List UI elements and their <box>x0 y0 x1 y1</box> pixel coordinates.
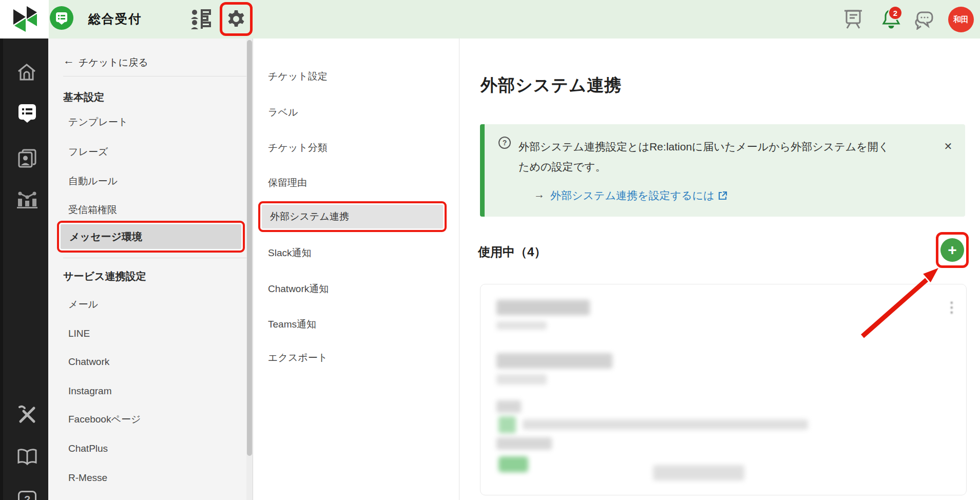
nav-item-facebook[interactable]: Facebookページ <box>68 413 141 426</box>
basic-settings-heading: 基本設定 <box>63 90 104 104</box>
help-glyph: ? <box>24 494 30 500</box>
subnav-chatwork-notify[interactable]: Chatwork通知 <box>268 283 329 295</box>
blurred-status-badge <box>498 456 528 472</box>
nav-item-mail[interactable]: メール <box>68 298 98 311</box>
blurred-green-icon <box>498 416 516 433</box>
info-banner-text: 外部システム連携設定とはRe:lationに届いたメールから外部システムを開くた… <box>518 137 898 177</box>
book-icon[interactable] <box>17 448 37 467</box>
relation-logo-icon <box>10 5 39 34</box>
plus-icon: + <box>948 241 957 259</box>
workspace-title: 総合受付 <box>88 11 142 27</box>
integration-card <box>480 284 967 495</box>
close-icon[interactable]: ✕ <box>941 140 955 153</box>
nav-item-message-env-label: メッセージ環境 <box>59 230 142 244</box>
avatar[interactable]: 和田 <box>948 7 974 32</box>
divider <box>63 76 246 76</box>
gear-icon[interactable] <box>226 9 246 29</box>
contacts-icon[interactable] <box>17 148 37 169</box>
stats-icon[interactable] <box>17 189 37 209</box>
avatar-initials: 和田 <box>953 15 969 25</box>
nav-item-chatplus[interactable]: ChatPlus <box>68 443 108 455</box>
blurred-field-label <box>496 353 612 369</box>
link-arrow-icon: → <box>534 188 545 201</box>
setup-help-link[interactable]: 外部システム連携を設定するには <box>550 188 727 203</box>
nav-item-phrase[interactable]: フレーズ <box>68 146 108 158</box>
subnav-teams-notify[interactable]: Teams通知 <box>268 318 316 331</box>
subnav-external-system-active[interactable]: 外部システム連携 <box>258 201 447 232</box>
app-root: 総合受付 <box>0 0 980 500</box>
blurred-field-label <box>496 437 552 450</box>
subnav-ticket-category[interactable]: チケット分類 <box>268 142 328 154</box>
back-arrow-icon: ← <box>63 54 74 67</box>
notification-badge: 2 <box>888 6 902 20</box>
setup-help-link-label: 外部システム連携を設定するには <box>550 188 714 203</box>
nav-item-inbox-permission[interactable]: 受信箱権限 <box>68 204 117 216</box>
add-button[interactable]: + <box>940 238 964 262</box>
home-icon[interactable] <box>16 62 37 83</box>
in-use-count: 使用中（4） <box>478 244 546 260</box>
top-bar <box>0 0 980 39</box>
announcement-icon[interactable] <box>843 8 863 30</box>
nav-item-rmesse[interactable]: R-Messe <box>68 472 107 484</box>
nav-item-instagram[interactable]: Instagram <box>68 385 111 397</box>
help-icon[interactable]: ? <box>18 491 36 500</box>
question-icon: ? <box>498 137 511 149</box>
nav-item-template[interactable]: テンプレート <box>68 116 128 128</box>
external-link-icon <box>718 191 727 201</box>
settings-nav-scrollbar-thumb[interactable] <box>247 40 252 456</box>
nav-item-message-env-active[interactable]: メッセージ環境 <box>57 221 245 253</box>
divider <box>63 258 246 258</box>
blurred-field-label <box>496 400 521 413</box>
nav-item-chatwork[interactable]: Chatwork <box>68 356 109 368</box>
kebab-menu-icon[interactable]: ⋮ <box>945 299 959 316</box>
blurred-card-title <box>496 300 590 315</box>
subnav-hold-reason[interactable]: 保留理由 <box>268 177 307 189</box>
blurred-field-value <box>496 374 547 384</box>
page-title: 外部システム連携 <box>481 74 622 97</box>
subnav-slack[interactable]: Slack通知 <box>268 247 311 259</box>
subnav-ticket-settings[interactable]: チケット設定 <box>268 70 328 83</box>
nav-item-line[interactable]: LINE <box>68 328 90 340</box>
back-to-tickets[interactable]: チケットに戻る <box>79 56 148 69</box>
inbox-icon[interactable] <box>50 6 73 30</box>
tools-icon[interactable] <box>17 405 37 425</box>
members-icon[interactable] <box>190 8 212 31</box>
service-settings-heading: サービス連携設定 <box>63 270 146 283</box>
blurred-url-value <box>523 419 808 430</box>
subnav-external-system-label: 外部システム連携 <box>260 210 349 223</box>
nav-item-auto-rule[interactable]: 自動ルール <box>68 175 118 187</box>
tickets-icon-active[interactable] <box>17 103 37 123</box>
chat-icon[interactable] <box>914 10 934 30</box>
subnav-label[interactable]: ラベル <box>268 106 298 119</box>
blurred-card-text <box>653 465 744 480</box>
subnav-export[interactable]: エクスポート <box>268 352 328 364</box>
relation-logo[interactable] <box>0 0 49 39</box>
blurred-card-subtitle <box>496 321 547 330</box>
notification-count: 2 <box>893 9 897 17</box>
question-glyph: ? <box>503 139 507 147</box>
